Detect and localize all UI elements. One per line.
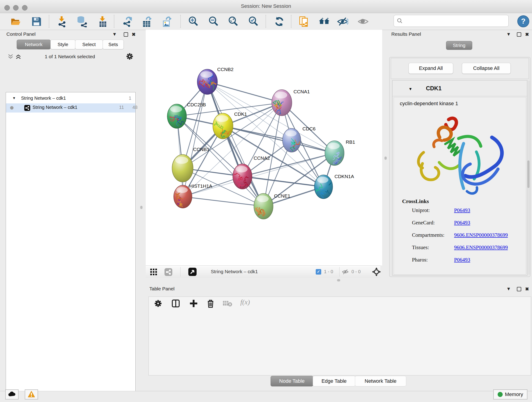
left-splitter-handle[interactable] bbox=[140, 206, 143, 209]
fit-selection-crosshair-icon[interactable] bbox=[372, 268, 381, 276]
network-selected-status: 1 of 1 Network selected bbox=[0, 54, 140, 59]
collection-count: 1 bbox=[129, 96, 131, 101]
tab-select[interactable]: Select bbox=[75, 40, 103, 49]
network-node-rb1[interactable] bbox=[325, 141, 344, 166]
status-bar: Memory bbox=[0, 391, 532, 402]
zoom-selected-icon[interactable] bbox=[248, 16, 259, 27]
export-image-icon[interactable] bbox=[161, 16, 172, 27]
crosslink-label: Compartments: bbox=[412, 232, 444, 238]
node-label-rb1: RB1 bbox=[346, 139, 355, 145]
export-table-icon[interactable] bbox=[141, 16, 152, 27]
network-edge[interactable] bbox=[207, 82, 282, 103]
node-label-ccnb2: CCNB2 bbox=[217, 67, 234, 72]
tab-network-table[interactable]: Network Table bbox=[355, 376, 406, 386]
tab-node-table[interactable]: Node Table bbox=[271, 376, 313, 386]
results-scrollbar-thumb[interactable] bbox=[527, 160, 530, 188]
string-network-graph[interactable]: CCNB2CCNA1CDC25BCDK1CDC6RB1CCNB1CCNA2CDK… bbox=[146, 30, 382, 265]
table-panel-menu-arrow-icon[interactable]: ▼ bbox=[506, 286, 511, 292]
network-node-ccnb1[interactable] bbox=[172, 154, 193, 182]
crosslink-link[interactable]: 9606.ENSP00000378699 bbox=[454, 232, 508, 238]
control-panel-float-icon[interactable] bbox=[124, 32, 128, 37]
save-session-icon[interactable] bbox=[31, 16, 42, 27]
open-session-icon[interactable] bbox=[10, 16, 22, 27]
collapse-all-button[interactable]: Collapse All bbox=[462, 63, 511, 74]
control-panel-menu-arrow-icon[interactable]: ▼ bbox=[112, 32, 117, 37]
network-edge[interactable] bbox=[223, 126, 335, 153]
collection-expand-icon[interactable]: ▼ bbox=[12, 96, 16, 100]
show-column-icon[interactable] bbox=[172, 299, 180, 307]
cloud-button[interactable] bbox=[5, 389, 19, 400]
collection-label: String Network – cdk1 bbox=[21, 96, 66, 101]
network-node-cdk1[interactable] bbox=[213, 113, 233, 140]
tab-string[interactable]: String bbox=[446, 41, 472, 50]
results-buttons-box: Expand All Collapse All bbox=[391, 58, 529, 79]
tab-sets[interactable]: Sets bbox=[103, 40, 124, 49]
home-networks-icon[interactable] bbox=[318, 16, 330, 27]
network-row-selected[interactable]: String Network – cdk1 11 48 bbox=[6, 103, 135, 113]
network-node-ccna2[interactable] bbox=[233, 164, 253, 189]
tab-edge-table[interactable]: Edge Table bbox=[313, 376, 355, 386]
tab-style[interactable]: Style bbox=[51, 40, 75, 49]
create-column-icon[interactable] bbox=[190, 299, 198, 307]
control-panel-close-icon[interactable]: ✖ bbox=[132, 32, 136, 37]
selected-checkbox-icon[interactable]: ✓ bbox=[316, 269, 321, 274]
network-collection-row[interactable]: ▼ String Network – cdk1 1 bbox=[6, 94, 135, 103]
hide-unhide-icon[interactable] bbox=[337, 16, 348, 27]
grid-view-icon[interactable] bbox=[150, 269, 157, 275]
show-graphics-details-icon[interactable] bbox=[357, 16, 369, 27]
import-table-icon[interactable] bbox=[97, 16, 109, 27]
import-network-icon[interactable] bbox=[56, 16, 68, 27]
table-panel-title: Table Panel bbox=[149, 286, 175, 292]
crosslink-link[interactable]: P06493 bbox=[454, 207, 470, 213]
birds-eye-view-icon[interactable] bbox=[188, 268, 196, 276]
right-splitter-handle[interactable] bbox=[385, 157, 387, 160]
table-panel-close-icon[interactable]: ✖ bbox=[525, 286, 529, 292]
warnings-button[interactable] bbox=[25, 389, 38, 400]
zoom-out-icon[interactable] bbox=[208, 16, 220, 27]
results-panel-menu-arrow-icon[interactable]: ▼ bbox=[506, 32, 511, 37]
crosslink-link[interactable]: P06493 bbox=[454, 257, 470, 263]
network-node-ccne1[interactable] bbox=[254, 193, 273, 219]
node-label-ccna1: CCNA1 bbox=[293, 89, 310, 94]
export-network-icon[interactable] bbox=[122, 16, 133, 27]
table-panel-float-icon[interactable] bbox=[517, 287, 521, 291]
table-gear-icon[interactable] bbox=[154, 300, 162, 307]
network-view-share-icon[interactable] bbox=[165, 268, 172, 276]
node-label-cdk1: CDK1 bbox=[234, 111, 247, 117]
tab-network[interactable]: Network bbox=[17, 40, 51, 49]
clone-network-icon[interactable] bbox=[298, 16, 310, 27]
crosslink-link[interactable]: P06493 bbox=[454, 220, 470, 226]
results-panel-close-icon[interactable]: ✖ bbox=[525, 32, 529, 37]
help-button[interactable]: ? bbox=[517, 15, 529, 27]
network-node-hist1h1a[interactable] bbox=[174, 185, 192, 208]
toolbar-separator bbox=[180, 267, 181, 277]
network-list: ▼ String Network – cdk1 1 String Network… bbox=[6, 92, 136, 402]
zoom-fit-icon[interactable] bbox=[228, 16, 239, 27]
network-edge[interactable] bbox=[242, 103, 282, 177]
bottom-splitter-handle[interactable] bbox=[337, 279, 340, 281]
refresh-icon[interactable] bbox=[273, 16, 285, 27]
title-bar: Session: New Session bbox=[0, 0, 532, 13]
delete-column-icon[interactable] bbox=[206, 299, 215, 308]
search-input[interactable] bbox=[405, 17, 507, 25]
network-canvas[interactable]: CCNB2CCNA1CDC25BCDK1CDC6RB1CCNB1CCNA2CDK… bbox=[146, 30, 382, 265]
network-node-ccnb2[interactable] bbox=[197, 69, 219, 95]
network-edge-count: 48 bbox=[133, 105, 138, 110]
network-edge[interactable] bbox=[183, 197, 264, 206]
node-label-ccna2: CCNA2 bbox=[254, 155, 270, 161]
results-panel-float-icon[interactable] bbox=[517, 32, 521, 37]
network-edge[interactable] bbox=[242, 177, 323, 187]
memory-status-dot bbox=[498, 392, 503, 397]
crosslink-link[interactable]: 9606.ENSP00000378699 bbox=[454, 245, 508, 250]
zoom-in-icon[interactable] bbox=[188, 16, 199, 27]
gene-collapse-icon[interactable]: ▼ bbox=[409, 87, 412, 91]
current-network-dot-icon bbox=[10, 106, 13, 109]
network-options-gear-icon[interactable] bbox=[126, 53, 133, 60]
toolbar-separator bbox=[291, 15, 291, 28]
memory-button[interactable]: Memory bbox=[493, 389, 527, 400]
expand-all-button[interactable]: Expand All bbox=[409, 63, 453, 74]
import-network-from-database-icon[interactable] bbox=[76, 16, 88, 27]
network-node-cdkn1a[interactable] bbox=[314, 175, 336, 202]
network-node-ccna1[interactable] bbox=[272, 89, 292, 116]
network-edge[interactable] bbox=[207, 82, 264, 206]
